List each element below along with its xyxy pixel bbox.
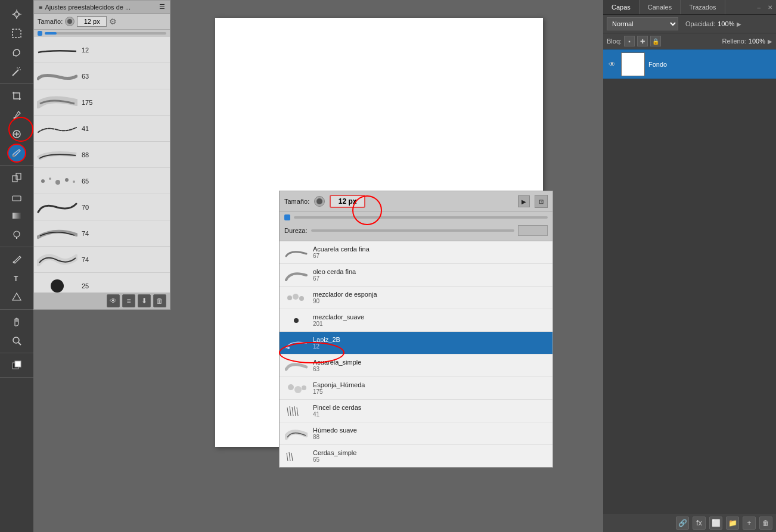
zoom-tool[interactable] — [7, 331, 26, 350]
picker-brush-item-selected[interactable]: Lapiz_2B 12 — [280, 332, 552, 354]
move-tool[interactable] — [7, 5, 26, 24]
brush-panel-eye-btn[interactable]: 👁 — [107, 294, 120, 307]
picker-grid-btn[interactable]: ⊡ — [535, 195, 548, 208]
layer-fx-btn[interactable]: fx — [693, 517, 706, 530]
lock-position-btn[interactable]: ✚ — [637, 36, 648, 46]
layer-visibility-btn[interactable]: 👁 — [607, 59, 617, 70]
picker-brush-item[interactable]: Húmedo suave 88 — [280, 422, 552, 445]
brush-panel-trash-btn[interactable]: 🗑 — [153, 294, 166, 307]
lasso-tool[interactable] — [7, 43, 26, 62]
svg-line-40 — [287, 407, 288, 416]
pbi-name: Esponja_Húmeda — [313, 381, 365, 388]
size-slider[interactable] — [45, 32, 166, 35]
pbi-name: mezclador de esponja — [313, 291, 377, 298]
picker-expand-btn[interactable]: ▶ — [518, 195, 530, 207]
picker-size-slider[interactable] — [294, 216, 548, 219]
blend-mode-select[interactable]: Normal — [607, 17, 678, 30]
picker-brush-item[interactable]: oleo cerda fina 67 — [280, 264, 552, 287]
svg-line-20 — [18, 343, 21, 345]
lock-pixels-btn[interactable]: ▪ — [624, 36, 635, 46]
new-group-btn[interactable]: 📁 — [726, 517, 739, 530]
brush-name: 74 — [82, 256, 89, 263]
blue-dot — [38, 31, 42, 36]
lock-label: Bloq: — [607, 38, 622, 45]
add-mask-btn[interactable]: ⬜ — [709, 517, 722, 530]
panel-controls: – ✕ — [753, 0, 776, 14]
picker-brush-item[interactable]: mezclador_suave 201 — [280, 309, 552, 332]
layers-lock-toolbar: Bloq: ▪ ✚ 🔒 Relleno: 100% ▶ — [603, 33, 776, 49]
brush-picker-popup: Tamaño: ▶ ⊡ Dureza: Acuarela cerda fina … — [279, 191, 553, 468]
panel-collapse-btn[interactable]: – — [753, 2, 764, 13]
size-input[interactable] — [77, 16, 107, 27]
brush-list-item[interactable]: 175 — [34, 89, 170, 116]
picker-hardness-slider[interactable] — [311, 229, 514, 232]
pbi-thumb — [284, 312, 308, 329]
picker-brush-item[interactable]: Acuarela_simple 63 — [280, 354, 552, 377]
svg-rect-10 — [13, 176, 17, 182]
brush-list-item[interactable]: 70 — [34, 194, 170, 220]
magic-wand-tool[interactable] — [7, 62, 26, 81]
brush-preview — [36, 249, 78, 270]
tab-trazados[interactable]: Trazados — [681, 0, 725, 14]
picker-size-label: Tamaño: — [284, 198, 309, 205]
pbi-num: 201 — [313, 321, 364, 327]
picker-brush-item[interactable]: Esponja_Húmeda 175 — [280, 377, 552, 400]
opacity-arrow[interactable]: ▶ — [737, 21, 741, 27]
brush-preview — [36, 39, 78, 61]
brush-panel: ≡ Ajustes preestablecidos de ... ☰ Tamañ… — [33, 0, 170, 310]
brush-list-item[interactable]: 65 — [34, 168, 170, 194]
brush-list-item[interactable]: 63 — [34, 63, 170, 89]
brush-list-item[interactable]: 74 — [34, 220, 170, 247]
brush-panel-bottom: 👁 ≡ ⬇ 🗑 — [34, 293, 170, 309]
svg-text:T: T — [14, 275, 18, 283]
panel-options-btn[interactable]: ☰ — [159, 3, 165, 11]
heal-tool[interactable] — [7, 125, 26, 144]
selection-tools — [0, 5, 33, 84]
picker-size-input[interactable] — [330, 195, 365, 208]
brush-name: 25 — [82, 282, 89, 290]
shape-tool[interactable] — [7, 288, 26, 307]
brush-name: 41 — [82, 125, 89, 132]
brush-panel-list-btn[interactable]: ≡ — [122, 294, 135, 307]
fill-arrow[interactable]: ▶ — [768, 38, 772, 45]
link-layers-btn[interactable]: 🔗 — [676, 517, 689, 530]
fill-label: Relleno: — [722, 38, 746, 45]
hand-tool[interactable] — [7, 312, 26, 331]
delete-layer-btn[interactable]: 🗑 — [759, 517, 772, 530]
text-tool[interactable]: T — [7, 269, 26, 288]
pbi-name: Acuarela_simple — [313, 359, 361, 366]
eyedropper-tool[interactable] — [7, 105, 26, 125]
rect-select-tool[interactable] — [7, 24, 26, 43]
pen-tool[interactable] — [7, 250, 26, 269]
pbi-thumb — [284, 379, 308, 397]
tab-capas[interactable]: Capas — [603, 0, 640, 14]
brush-panel-save-btn[interactable]: ⬇ — [138, 294, 151, 307]
picker-brush-item[interactable]: Acuarela cerda fina 67 — [280, 241, 552, 264]
brush-list-item[interactable]: 12 — [34, 37, 170, 63]
clone-tool[interactable] — [7, 168, 26, 187]
svg-line-47 — [291, 453, 293, 461]
brush-name: 63 — [82, 73, 89, 80]
lock-all-btn[interactable]: 🔒 — [650, 36, 661, 46]
picker-brush-item[interactable]: mezclador de esponja 90 — [280, 287, 552, 309]
panel-gear-btn[interactable]: ⚙ — [109, 17, 117, 26]
panel-close-btn[interactable]: ✕ — [764, 2, 776, 13]
gradient-tool[interactable] — [7, 206, 26, 225]
dodge-tool[interactable] — [7, 225, 26, 244]
size-label: Tamaño: — [38, 18, 63, 25]
layer-fondo[interactable]: 👁 Fondo — [603, 49, 776, 79]
svg-point-37 — [288, 384, 294, 390]
switch-colors-tool[interactable] — [7, 356, 26, 375]
brush-tool[interactable] — [7, 144, 26, 163]
brush-list-item[interactable]: 74 — [34, 247, 170, 273]
eraser-tool[interactable] — [7, 187, 26, 206]
pbi-thumb — [284, 425, 308, 443]
picker-brush-item[interactable]: Pincel de cerdas 41 — [280, 400, 552, 422]
brush-list-item[interactable]: 88 — [34, 142, 170, 168]
svg-point-9 — [13, 155, 15, 157]
picker-brush-item[interactable]: Cerdas_simple 65 — [280, 445, 552, 467]
tab-canales[interactable]: Canales — [640, 0, 681, 14]
new-layer-btn[interactable]: + — [743, 517, 756, 530]
crop-tool[interactable] — [7, 86, 26, 105]
brush-list-item[interactable]: 41 — [34, 116, 170, 142]
